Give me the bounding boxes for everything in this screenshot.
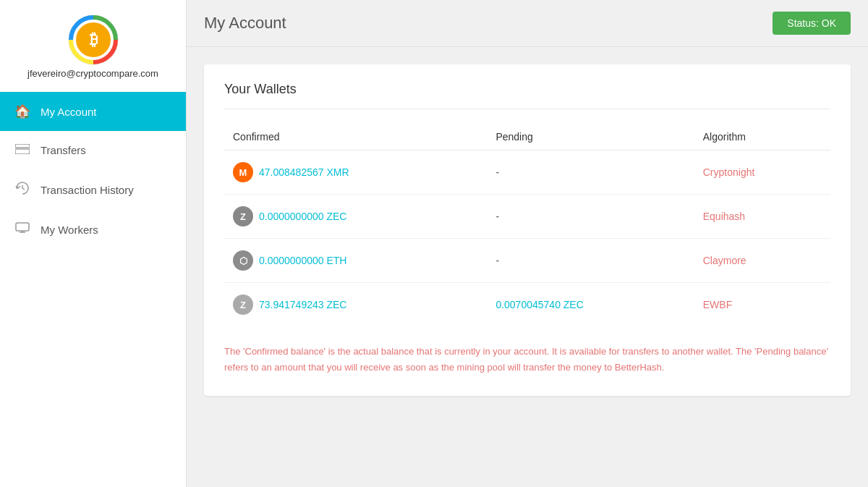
wallet-card: Your Wallets Confirmed Pending Algorithm… bbox=[204, 64, 851, 396]
table-row: M 47.008482567 XMR - Cryptonight bbox=[224, 151, 830, 195]
wallet-card-title: Your Wallets bbox=[224, 82, 830, 109]
workers-icon bbox=[14, 222, 30, 237]
wallet-table: Confirmed Pending Algorithm M 47.0084825… bbox=[224, 124, 830, 326]
pending-cell: - bbox=[487, 195, 694, 239]
sidebar-item-transfers[interactable]: Transfers bbox=[0, 131, 186, 169]
confirmed-value: 0.0000000000 ETH bbox=[259, 255, 346, 266]
algorithm-cell: Claymore bbox=[694, 239, 830, 283]
svg-rect-5 bbox=[16, 223, 29, 231]
sidebar-item-my-account-label: My Account bbox=[41, 106, 97, 118]
sidebar-logo: ₿ bbox=[68, 14, 119, 68]
content-area: Your Wallets Confirmed Pending Algorithm… bbox=[187, 47, 868, 487]
topbar: My Account Status: OK bbox=[187, 0, 868, 47]
algorithm-cell: Equihash bbox=[694, 195, 830, 239]
pending-cell: 0.0070045740 ZEC bbox=[487, 283, 694, 327]
sidebar-item-my-workers-label: My Workers bbox=[41, 224, 98, 236]
confirmed-cell: ⬡ 0.0000000000 ETH bbox=[224, 239, 487, 283]
pending-cell: - bbox=[487, 239, 694, 283]
confirmed-cell: M 47.008482567 XMR bbox=[224, 151, 487, 195]
transfers-icon bbox=[14, 143, 30, 158]
confirmed-value: 73.941749243 ZEC bbox=[259, 299, 346, 310]
confirmed-cell: Z 0.0000000000 ZEC bbox=[224, 195, 487, 239]
status-badge: Status: OK bbox=[773, 12, 851, 35]
table-row: Z 73.941749243 ZEC 0.0070045740 ZEC EWBF bbox=[224, 283, 830, 327]
sidebar-navigation: 🏠 My Account Transfers Transaction Histo… bbox=[0, 92, 186, 249]
sidebar-item-my-workers[interactable]: My Workers bbox=[0, 211, 186, 249]
col-header-algorithm: Algorithm bbox=[694, 124, 830, 151]
coin-icon: Z bbox=[233, 206, 253, 226]
sidebar-email: jfevereiro@cryptocompare.com bbox=[27, 68, 158, 79]
col-header-pending: Pending bbox=[487, 124, 694, 151]
sidebar-item-my-account[interactable]: 🏠 My Account bbox=[0, 92, 186, 131]
confirmed-value: 0.0000000000 ZEC bbox=[259, 211, 346, 222]
confirmed-cell: Z 73.941749243 ZEC bbox=[224, 283, 487, 327]
table-row: ⬡ 0.0000000000 ETH - Claymore bbox=[224, 239, 830, 283]
sidebar-item-transaction-history-label: Transaction History bbox=[41, 184, 134, 196]
algorithm-cell: EWBF bbox=[694, 283, 830, 327]
table-row: Z 0.0000000000 ZEC - Equihash bbox=[224, 195, 830, 239]
sidebar-item-transfers-label: Transfers bbox=[41, 144, 86, 156]
history-icon bbox=[14, 181, 30, 199]
coin-icon: Z bbox=[233, 295, 253, 315]
svg-rect-4 bbox=[15, 147, 30, 150]
sidebar: ₿ jfevereiro@cryptocompare.com 🏠 My Acco… bbox=[0, 0, 187, 487]
home-icon: 🏠 bbox=[14, 103, 30, 119]
info-text: The 'Confirmed balance' is the actual ba… bbox=[224, 344, 830, 376]
sidebar-item-transaction-history[interactable]: Transaction History bbox=[0, 169, 186, 211]
coin-icon: M bbox=[233, 162, 253, 182]
page-title: My Account bbox=[204, 14, 286, 33]
main-content: My Account Status: OK Your Wallets Confi… bbox=[187, 0, 868, 487]
confirmed-value: 47.008482567 XMR bbox=[259, 166, 349, 178]
algorithm-cell: Cryptonight bbox=[694, 151, 830, 195]
pending-cell: - bbox=[487, 151, 694, 195]
coin-icon: ⬡ bbox=[233, 250, 253, 271]
col-header-confirmed: Confirmed bbox=[224, 124, 487, 151]
svg-text:₿: ₿ bbox=[89, 30, 97, 48]
